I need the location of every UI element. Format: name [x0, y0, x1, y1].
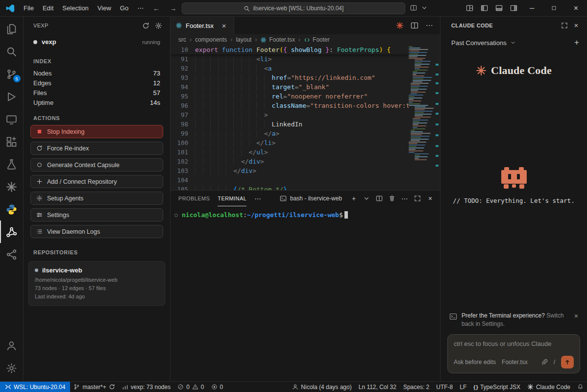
- chevron-down-icon[interactable]: [421, 4, 428, 11]
- attach-icon[interactable]: [541, 359, 548, 366]
- action-generate-context-capsule[interactable]: Generate Context Capsule: [30, 158, 163, 172]
- breadcrumb-item[interactable]: layout: [236, 36, 251, 43]
- expand-panel-icon[interactable]: [559, 20, 570, 31]
- breadcrumb-item[interactable]: Footer.tsx: [260, 36, 295, 43]
- status-claude-code[interactable]: Claude Code: [524, 382, 574, 392]
- menu-edit[interactable]: Edit: [39, 3, 57, 13]
- activity-python[interactable]: [0, 198, 24, 220]
- status-language[interactable]: { }TypeScript JSX: [470, 382, 524, 392]
- indent-guide: [241, 130, 249, 137]
- breadcrumb-item[interactable]: src: [178, 36, 186, 43]
- close-window-button[interactable]: ×: [565, 0, 587, 17]
- activity-claude-spark[interactable]: [0, 175, 24, 198]
- editor-layout-icon[interactable]: [462, 2, 477, 15]
- status-indentation[interactable]: Spaces: 2: [400, 382, 433, 392]
- indent-guide: [195, 111, 203, 119]
- status-notifications[interactable]: [574, 382, 587, 392]
- status-problems[interactable]: 00: [174, 382, 207, 392]
- gear-icon[interactable]: [152, 20, 164, 31]
- maximize-button[interactable]: [543, 0, 565, 17]
- action-stop-indexing[interactable]: Stop Indexing: [30, 125, 163, 138]
- back-icon[interactable]: ←: [148, 4, 164, 12]
- repository-card[interactable]: ilservice-web/home/nicola/progetti/ilser…: [28, 261, 165, 306]
- terminal-more-icon[interactable]: ⋯: [399, 193, 411, 204]
- open-editors-icon[interactable]: [410, 4, 417, 11]
- close-panel-icon[interactable]: ×: [570, 20, 582, 31]
- activity-account[interactable]: [0, 334, 24, 357]
- bell-icon: [577, 384, 584, 390]
- tab-terminal[interactable]: TERMINAL: [218, 191, 246, 206]
- command-center-search[interactable]: ilservice-web [WSL: Ubuntu-20.04]: [182, 2, 405, 14]
- menu-more-icon[interactable]: ⋯: [133, 3, 147, 13]
- menu-selection[interactable]: Selection: [58, 3, 92, 13]
- minimize-button[interactable]: ─: [521, 0, 543, 17]
- context-file-chip[interactable]: Footer.tsx: [502, 359, 528, 366]
- send-button[interactable]: [561, 356, 574, 368]
- menu-go[interactable]: Go: [116, 3, 132, 13]
- status-cursor-position[interactable]: Ln 112, Col 32: [355, 382, 400, 392]
- terminal-dropdown-icon[interactable]: [361, 193, 372, 204]
- status-eol[interactable]: LF: [456, 382, 470, 392]
- claude-run-icon[interactable]: [394, 20, 406, 31]
- action-view-daemon-logs[interactable]: View Daemon Logs: [30, 225, 163, 238]
- menu-file[interactable]: File: [20, 3, 38, 13]
- claude-input-box[interactable]: ctrl esc to focus or unfocus Claude Ask …: [447, 334, 580, 373]
- activity-search[interactable]: [0, 40, 24, 63]
- activity-vexp-graph[interactable]: [0, 220, 24, 243]
- status-remote[interactable]: WSL: Ubuntu-20.04: [0, 382, 70, 392]
- edit-mode-selector[interactable]: Ask before edits: [454, 359, 496, 366]
- action-add-connect-repository[interactable]: Add / Connect Repository: [30, 175, 163, 188]
- refresh-icon[interactable]: [140, 20, 151, 31]
- tab-footer-tsx[interactable]: Footer.tsx ×: [171, 17, 234, 34]
- status-branch[interactable]: master*+: [70, 382, 118, 392]
- new-terminal-icon[interactable]: +: [348, 193, 360, 204]
- status-encoding[interactable]: UTF-8: [433, 382, 456, 392]
- past-conversations[interactable]: Past Conversations +: [440, 34, 587, 51]
- shell-selector[interactable]: bash - ilservice-web: [280, 195, 342, 202]
- dismiss-notice-icon[interactable]: ×: [574, 312, 578, 321]
- breadcrumb-item[interactable]: components: [195, 36, 227, 43]
- slash-command-icon[interactable]: /: [554, 359, 555, 366]
- toggle-sidebar-icon[interactable]: [477, 2, 491, 15]
- indent-guide: [203, 74, 211, 81]
- indent-guide: [210, 102, 218, 109]
- claude-logo: Claude Code: [440, 64, 587, 77]
- forward-icon[interactable]: →: [165, 4, 181, 12]
- close-tab-icon[interactable]: ×: [219, 21, 229, 30]
- activity-source-control[interactable]: 5: [0, 63, 24, 85]
- activity-connections[interactable]: [0, 243, 24, 266]
- status-vexp-nodes[interactable]: vexp: 73 nodes: [119, 382, 174, 392]
- activity-testing[interactable]: [0, 153, 24, 175]
- new-conversation-icon[interactable]: +: [574, 38, 579, 48]
- action-force-re-index[interactable]: Force Re-index: [30, 142, 163, 155]
- maximize-panel-icon[interactable]: [412, 193, 423, 204]
- minimap[interactable]: [409, 46, 434, 190]
- activity-extensions[interactable]: [0, 130, 24, 153]
- close-panel-icon[interactable]: ×: [424, 193, 436, 204]
- editor-more-icon[interactable]: ⋯: [423, 20, 435, 31]
- code-line: 95 rel="noopener noreferrer": [171, 92, 409, 101]
- menu-view[interactable]: View: [94, 3, 115, 13]
- indent-guide: [195, 102, 203, 109]
- indent-guide: [241, 139, 249, 147]
- activity-settings[interactable]: [0, 357, 24, 379]
- panel-more-icon[interactable]: ⋯: [254, 195, 261, 202]
- action-settings[interactable]: Settings: [30, 208, 163, 221]
- status-record[interactable]: 0: [208, 382, 227, 392]
- split-terminal-icon[interactable]: [373, 193, 385, 204]
- toggle-secondary-sidebar-icon[interactable]: [506, 2, 521, 15]
- overview-ruler: [434, 45, 440, 190]
- toggle-panel-icon[interactable]: [491, 2, 506, 15]
- action-setup-agents[interactable]: Setup Agents: [30, 192, 163, 205]
- breadcrumb-item[interactable]: Footer: [304, 36, 330, 43]
- code-editor[interactable]: 10export function Footer({ showBlog }: F…: [171, 45, 440, 190]
- split-editor-icon[interactable]: [409, 20, 420, 31]
- activity-remote-explorer[interactable]: [0, 108, 24, 130]
- tab-problems[interactable]: PROBLEMS: [178, 191, 210, 206]
- indent-guide: [241, 148, 249, 156]
- kill-terminal-icon[interactable]: [386, 193, 398, 204]
- terminal-content[interactable]: nicola@localhost:~/progetti/ilservice-we…: [171, 206, 440, 381]
- status-blame[interactable]: Nicola (4 days ago): [289, 382, 355, 392]
- activity-run-debug[interactable]: [0, 85, 24, 108]
- activity-explorer[interactable]: [0, 18, 24, 40]
